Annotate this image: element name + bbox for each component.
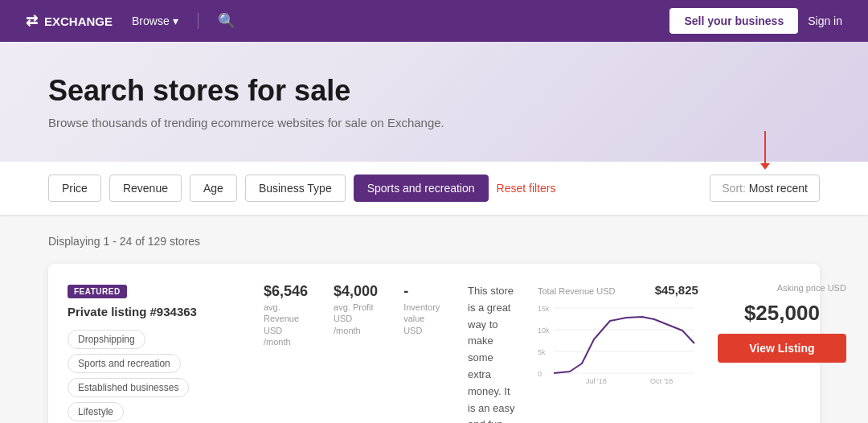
filter-active-button[interactable]: Sports and recreation [354,175,489,202]
filter-price-button[interactable]: Price [48,175,101,202]
logo-text: EXCHANGE [44,14,113,28]
card-description: This store is a great way to make some e… [468,283,518,423]
listing-card: FEATURED Private listing #934363 Dropshi… [48,264,820,423]
sell-business-button[interactable]: Sell your business [669,8,798,34]
chevron-down-icon: ▾ [173,14,178,27]
card-chart: Total Revenue USD $45,825 15k 10k 5k 0 [538,283,698,384]
svg-text:Oct '18: Oct '18 [650,377,673,384]
filters-bar: Price Revenue Age Business Type Sports a… [0,162,868,216]
filter-age-button[interactable]: Age [190,175,237,202]
sort-value: Most recent [749,182,808,195]
filter-revenue-button[interactable]: Revenue [109,175,182,202]
svg-text:15k: 15k [538,305,550,313]
svg-text:Jul '18: Jul '18 [586,377,607,384]
sort-arrow-annotation [760,131,770,170]
avg-revenue-amount: $6,546 [264,283,308,300]
asking-price-label: Asking price USD [777,283,846,293]
svg-text:5k: 5k [538,348,546,356]
hero-title: Search stores for sale [48,74,820,108]
hero-section: Search stores for sale Browse thousands … [0,42,868,162]
tag-established: Established businesses [68,378,189,397]
browse-menu[interactable]: Browse ▾ [132,14,178,27]
svg-text:0: 0 [538,370,542,378]
chart-area: 15k 10k 5k 0 Jul '18 Oct '18 [538,303,698,384]
inventory-value: - [403,283,448,300]
main-content: Displaying 1 - 24 of 129 stores FEATURED… [0,216,868,423]
card-left: FEATURED Private listing #934363 Dropshi… [68,283,244,421]
hero-subtitle: Browse thousands of trending ecommerce w… [48,116,820,129]
card-price: Asking price USD $25,000 View Listing [718,283,846,363]
exchange-icon: ⇄ [26,12,38,30]
listing-name: Private listing #934363 [68,305,244,318]
chart-header: Total Revenue USD $45,825 [538,283,698,297]
tag-dropshipping: Dropshipping [68,330,145,349]
stat-inventory: - Inventory valueUSD [403,283,448,347]
nav-right: Sell your business Sign in [669,8,842,34]
stat-revenue: $6,546 avg. RevenueUSD /month [264,283,308,347]
tag-list: Dropshipping Sports and recreation Estab… [68,330,244,421]
sort-label: Sort: [722,182,746,195]
tag-sports: Sports and recreation [68,354,181,373]
nav-divider [198,13,199,29]
card-stats: $6,546 avg. RevenueUSD /month $4,000 avg… [264,283,448,347]
search-icon[interactable]: 🔍 [218,12,235,30]
chart-title: Total Revenue USD [538,286,616,296]
featured-badge: FEATURED [68,285,127,298]
reset-filters-link[interactable]: Reset filters [497,182,556,195]
inventory-label: Inventory valueUSD [403,302,448,336]
view-listing-button[interactable]: View Listing [718,334,846,363]
stat-profit: $4,000 avg. ProfitUSD /month [334,283,378,347]
logo: ⇄ EXCHANGE [26,12,113,30]
navigation: ⇄ EXCHANGE Browse ▾ 🔍 Sell your business… [0,0,868,42]
svg-text:10k: 10k [538,326,550,335]
result-count: Displaying 1 - 24 of 129 stores [48,235,820,248]
avg-revenue-label: avg. RevenueUSD /month [264,302,308,347]
revenue-chart-svg: 15k 10k 5k 0 Jul '18 Oct '18 [538,303,698,384]
avg-profit-amount: $4,000 [334,283,378,300]
chart-total: $45,825 [655,283,698,297]
signin-button[interactable]: Sign in [808,14,842,27]
asking-price-value: $25,000 [744,301,820,326]
filter-business-type-button[interactable]: Business Type [245,175,346,202]
tag-lifestyle: Lifestyle [68,402,124,421]
browse-label: Browse [132,14,170,27]
avg-profit-label: avg. ProfitUSD /month [334,302,378,336]
sort-control[interactable]: Sort: Most recent [710,175,820,202]
